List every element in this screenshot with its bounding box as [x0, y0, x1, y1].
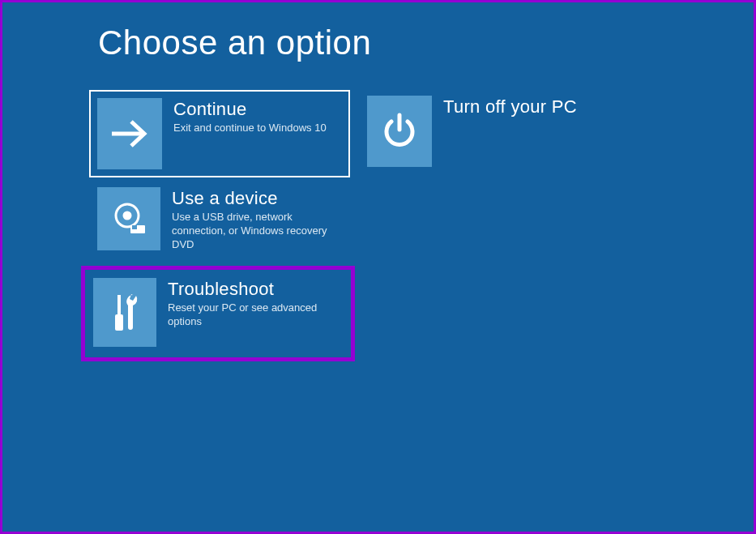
- option-use-device-title: Use a device: [172, 189, 342, 208]
- option-continue-text: Continue Exit and continue to Windows 10: [173, 98, 327, 135]
- disc-device-icon: [97, 187, 160, 250]
- tools-icon: [93, 278, 156, 347]
- options-list: Continue Exit and continue to Windows 10…: [89, 90, 355, 361]
- option-use-device-desc: Use a USB drive, network connection, or …: [172, 211, 342, 252]
- option-troubleshoot-title: Troubleshoot: [168, 280, 338, 299]
- option-continue-desc: Exit and continue to Windows 10: [173, 122, 327, 135]
- option-turn-off-pc[interactable]: Turn off your PC: [367, 96, 577, 167]
- power-icon: [367, 96, 432, 167]
- option-continue-title: Continue: [173, 100, 327, 119]
- page-title: Choose an option: [98, 23, 371, 62]
- option-use-device-text: Use a device Use a USB drive, network co…: [172, 187, 342, 252]
- option-troubleshoot-desc: Reset your PC or see advanced options: [168, 301, 338, 329]
- option-turn-off-pc-text: Turn off your PC: [443, 96, 577, 117]
- option-turn-off-pc-title: Turn off your PC: [443, 97, 577, 117]
- svg-rect-6: [115, 314, 123, 331]
- option-continue[interactable]: Continue Exit and continue to Windows 10: [89, 90, 350, 177]
- svg-rect-5: [117, 295, 121, 314]
- svg-point-2: [124, 212, 130, 219]
- svg-rect-4: [132, 225, 137, 229]
- option-troubleshoot[interactable]: Troubleshoot Reset your PC or see advanc…: [93, 278, 343, 347]
- arrow-right-icon: [97, 98, 162, 169]
- option-use-device[interactable]: Use a device Use a USB drive, network co…: [89, 187, 350, 256]
- option-troubleshoot-highlight: Troubleshoot Reset your PC or see advanc…: [81, 266, 355, 361]
- option-troubleshoot-text: Troubleshoot Reset your PC or see advanc…: [168, 278, 338, 329]
